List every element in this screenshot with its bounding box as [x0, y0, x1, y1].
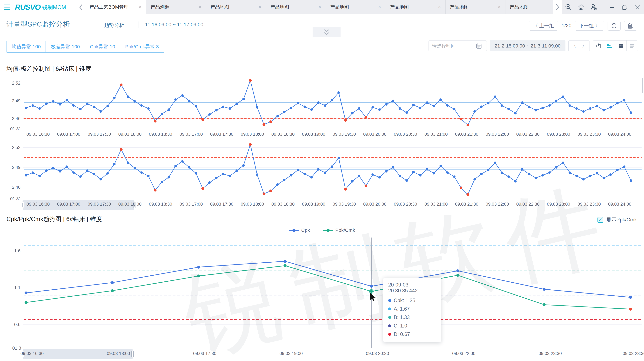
trend-point-Cpk[interactable]	[629, 296, 632, 299]
data-point[interactable]	[168, 176, 170, 178]
data-point[interactable]	[168, 109, 170, 111]
zoom-search-icon[interactable]	[565, 4, 572, 11]
checkbox-check-icon[interactable]: ✓	[598, 217, 603, 223]
data-point[interactable]	[256, 106, 258, 109]
data-point[interactable]	[38, 107, 41, 110]
data-point[interactable]	[521, 168, 524, 171]
data-point[interactable]	[494, 162, 496, 164]
legend-item-Cpk[interactable]: Cpk	[289, 227, 310, 233]
data-point[interactable]	[568, 104, 571, 107]
data-point[interactable]	[514, 112, 517, 114]
data-point[interactable]	[514, 180, 517, 183]
data-point[interactable]	[45, 103, 48, 105]
data-point[interactable]	[351, 180, 354, 183]
data-point[interactable]	[378, 176, 381, 178]
outlier-point[interactable]	[154, 189, 156, 192]
next-group-button[interactable]: 下一组 〉	[575, 21, 604, 31]
data-point[interactable]	[66, 99, 68, 102]
data-point[interactable]	[508, 175, 510, 178]
data-point[interactable]	[440, 98, 442, 101]
data-point[interactable]	[582, 110, 585, 113]
data-point[interactable]	[310, 109, 313, 111]
minimize-icon[interactable]	[608, 4, 616, 11]
time-picker-input[interactable]	[432, 43, 476, 49]
data-point[interactable]	[398, 175, 401, 177]
trend-point-Cpk[interactable]	[111, 281, 114, 284]
outlier-point[interactable]	[154, 120, 156, 123]
data-point[interactable]	[72, 171, 75, 174]
data-point[interactable]	[113, 97, 116, 99]
data-point[interactable]	[52, 100, 54, 103]
data-point[interactable]	[508, 108, 510, 110]
data-point[interactable]	[181, 160, 184, 163]
outlier-point[interactable]	[120, 148, 122, 151]
view-barchart-icon[interactable]	[604, 41, 615, 51]
tabs-scroll-right-icon[interactable]	[553, 0, 562, 14]
outlier-point[interactable]	[249, 79, 252, 82]
data-point[interactable]	[392, 166, 394, 169]
data-point[interactable]	[419, 107, 422, 109]
data-point[interactable]	[528, 173, 530, 175]
tab[interactable]: 产品地图✕	[326, 0, 386, 14]
data-point[interactable]	[453, 108, 456, 110]
data-point[interactable]	[25, 107, 27, 109]
trend-point-Ppk/Cmk[interactable]	[284, 264, 286, 267]
view-export-icon[interactable]	[593, 41, 604, 51]
trend-point-Ppk/Cmk[interactable]	[24, 301, 28, 304]
data-point[interactable]	[555, 100, 558, 102]
tab-close-icon[interactable]: ✕	[494, 5, 501, 10]
data-point[interactable]	[575, 107, 578, 110]
data-point[interactable]	[297, 169, 299, 171]
data-point[interactable]	[127, 162, 129, 164]
filter-Cpk异常[interactable]: Cpk异常 10	[85, 41, 120, 53]
tab-close-icon[interactable]: ✕	[315, 5, 322, 10]
data-point[interactable]	[215, 177, 218, 179]
trend-point-Ppk/Cmk[interactable]	[629, 308, 632, 310]
datazoom-handle[interactable]	[22, 202, 24, 208]
data-point[interactable]	[432, 105, 435, 107]
data-point[interactable]	[113, 163, 116, 165]
outlier-point[interactable]	[249, 143, 252, 146]
trend-point-Ppk/Cmk[interactable]	[197, 274, 200, 277]
data-point[interactable]	[38, 175, 41, 177]
trend-point-Cpk[interactable]	[284, 260, 286, 263]
data-point[interactable]	[555, 166, 558, 169]
data-point[interactable]	[310, 176, 313, 178]
outlier-point[interactable]	[364, 116, 367, 119]
view-mode-label[interactable]: 趋势分析	[104, 22, 124, 29]
outlier-point[interactable]	[466, 193, 469, 196]
user-settings-icon[interactable]	[590, 4, 597, 11]
data-point[interactable]	[446, 104, 449, 107]
data-point[interactable]	[392, 100, 394, 102]
data-point[interactable]	[174, 98, 177, 101]
tab-close-icon[interactable]: ✕	[135, 5, 142, 10]
data-point[interactable]	[623, 99, 626, 102]
data-point[interactable]	[140, 104, 143, 107]
data-point[interactable]	[426, 168, 428, 171]
data-point[interactable]	[412, 171, 415, 173]
data-point[interactable]	[195, 172, 197, 175]
data-point[interactable]	[528, 105, 530, 108]
outlier-point[interactable]	[364, 184, 367, 187]
data-point[interactable]	[317, 168, 320, 171]
tab-close-icon[interactable]: ✕	[255, 5, 262, 10]
outlier-point[interactable]	[460, 186, 462, 189]
trend-point-Ppk/Cmk[interactable]	[111, 289, 114, 292]
data-point[interactable]	[174, 165, 177, 167]
data-point[interactable]	[385, 170, 388, 173]
tab[interactable]: 产品地图✕	[446, 0, 506, 14]
data-point[interactable]	[208, 113, 211, 116]
data-point[interactable]	[330, 99, 333, 102]
outlier-point[interactable]	[120, 84, 122, 86]
maximize-restore-icon[interactable]	[621, 4, 628, 11]
hamburger-menu-icon[interactable]	[4, 5, 10, 10]
trend-point-Cpk[interactable]	[543, 288, 546, 291]
data-point[interactable]	[304, 173, 306, 175]
data-point[interactable]	[568, 171, 571, 174]
data-point[interactable]	[290, 174, 292, 177]
data-point[interactable]	[487, 169, 490, 171]
data-point[interactable]	[542, 174, 544, 177]
data-point[interactable]	[32, 104, 34, 107]
view-list-icon[interactable]	[626, 41, 638, 51]
data-point[interactable]	[412, 104, 415, 106]
